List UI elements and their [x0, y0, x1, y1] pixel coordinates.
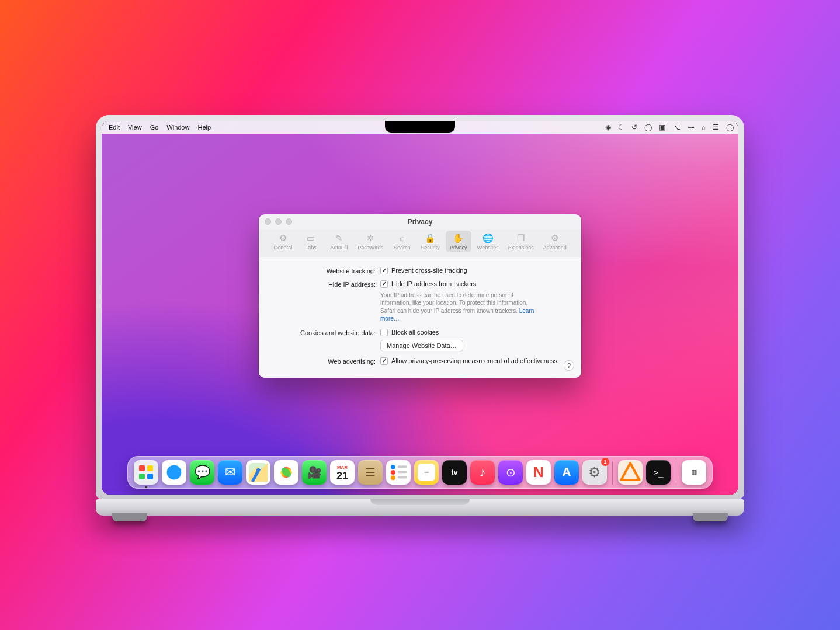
window-title: Privacy — [259, 218, 581, 226]
status-record-icon[interactable]: ◉ — [605, 123, 611, 131]
laptop-base — [96, 499, 744, 516]
checkbox-block-all-cookies[interactable] — [380, 329, 388, 336]
dock-launchpad[interactable] — [134, 460, 158, 485]
checkbox-prevent-cross-site-tracking[interactable] — [380, 267, 388, 274]
menu-help[interactable]: Help — [197, 124, 211, 131]
dock-news[interactable]: N — [526, 460, 551, 485]
appstore-icon: A — [562, 465, 571, 480]
svg-point-18 — [391, 470, 395, 475]
gear-icon: ⚙ — [588, 464, 601, 481]
tab-extensions[interactable]: ❐ Extensions — [505, 231, 537, 252]
maps-icon — [249, 463, 268, 482]
status-dnd-icon[interactable]: ☾ — [618, 123, 624, 131]
dock-appstore[interactable]: A — [554, 460, 579, 485]
tabs-icon: ▭ — [307, 233, 315, 243]
checkbox-label-allow-ad-measurement: Allow privacy-preserving measurement of … — [391, 357, 557, 364]
status-controlcenter-icon[interactable]: ☰ — [713, 123, 719, 131]
search-icon: ⌕ — [400, 233, 405, 243]
checkbox-label-hide-ip-from-trackers: Hide IP address from trackers — [391, 280, 476, 287]
preferences-toolbar: ⚙ General ▭ Tabs ✎ AutoFill ✲ Passwords — [259, 229, 581, 257]
safari-icon — [165, 463, 183, 482]
settings-badge: 1 — [601, 458, 609, 466]
gears-icon: ⚙ — [551, 233, 558, 243]
checkbox-allow-ad-measurement[interactable] — [380, 357, 388, 365]
tab-passwords[interactable]: ✲ Passwords — [354, 231, 387, 252]
dock-contacts[interactable]: ☰ — [358, 460, 383, 485]
messages-icon: 💬 — [195, 465, 210, 480]
notes-icon: ≡ — [418, 464, 435, 481]
facetime-icon: 🎥 — [307, 465, 322, 479]
calendar-day-label: 21 — [336, 471, 348, 481]
window-titlebar[interactable]: Privacy — [259, 214, 581, 229]
status-search-icon[interactable]: ⌕ — [702, 123, 706, 131]
row-cookies: Cookies and website data: Block all cook… — [269, 329, 571, 351]
status-siri-icon[interactable]: ◯ — [726, 123, 734, 131]
key-icon: ✲ — [367, 233, 374, 243]
dock-cleanmymac[interactable] — [618, 460, 643, 485]
hand-icon: ✋ — [453, 233, 464, 243]
status-control-icon[interactable]: ⌥ — [672, 123, 681, 131]
dock-tv[interactable]: tv — [442, 460, 467, 485]
tab-advanced[interactable]: ⚙ Advanced — [540, 231, 570, 252]
dock-container: 💬 ✉︎ — [102, 456, 738, 489]
news-icon: N — [533, 464, 543, 481]
tab-search[interactable]: ⌕ Search — [389, 231, 415, 252]
tab-privacy[interactable]: ✋ Privacy — [446, 231, 471, 252]
checkbox-label-prevent-cross-site-tracking: Prevent cross-site tracking — [391, 267, 467, 274]
tab-websites[interactable]: 🌐 Websites — [474, 231, 502, 252]
safari-preferences-window: Privacy ⚙ General ▭ Tabs ✎ AutoFill — [259, 214, 581, 378]
label-web-advertising: Web advertising: — [269, 357, 380, 365]
dock-terminal[interactable]: >_ — [646, 460, 671, 485]
svg-rect-3 — [147, 474, 153, 479]
launchpad-icon — [137, 463, 155, 482]
music-icon: ♪ — [480, 465, 486, 480]
dock-minimized-window[interactable]: ▥ — [682, 460, 706, 485]
photos-icon — [277, 463, 296, 482]
svg-rect-17 — [398, 465, 407, 468]
preferences-content: Website tracking: Prevent cross-site tra… — [259, 257, 581, 378]
dock-facetime[interactable]: 🎥 — [302, 460, 327, 485]
status-stage-icon[interactable]: ▣ — [659, 123, 665, 131]
svg-point-11 — [256, 468, 260, 472]
checkbox-hide-ip-from-trackers[interactable] — [380, 280, 388, 288]
checkbox-label-block-all-cookies: Block all cookies — [391, 329, 439, 336]
dock-system-preferences[interactable]: ⚙ 1 — [582, 460, 607, 485]
contacts-icon: ☰ — [365, 465, 376, 479]
dock-calendar[interactable]: MAR 21 — [330, 460, 355, 485]
status-wifi-icon[interactable]: ⊶ — [688, 123, 695, 131]
svg-rect-19 — [398, 471, 407, 473]
dock-notes[interactable]: ≡ — [414, 460, 439, 485]
status-user-icon[interactable]: ◯ — [644, 123, 652, 131]
dock-photos[interactable] — [274, 460, 298, 485]
dock-music[interactable]: ♪ — [470, 460, 495, 485]
label-hide-ip: Hide IP address: — [269, 280, 380, 288]
row-web-advertising: Web advertising: Allow privacy-preservin… — [269, 357, 571, 365]
tab-general[interactable]: ⚙ General — [270, 231, 296, 252]
dock-safari[interactable] — [162, 460, 186, 485]
tab-security[interactable]: 🔒 Security — [417, 231, 443, 252]
dock-reminders[interactable] — [386, 460, 411, 485]
manage-website-data-button[interactable]: Manage Website Data… — [380, 340, 463, 351]
svg-marker-22 — [621, 463, 640, 480]
gear-icon: ⚙ — [279, 233, 287, 243]
dock-maps[interactable] — [246, 460, 270, 485]
dock: 💬 ✉︎ — [127, 456, 713, 489]
label-cookies: Cookies and website data: — [269, 329, 380, 336]
dock-podcasts[interactable]: ⊙ — [498, 460, 523, 485]
menu-edit[interactable]: Edit — [109, 124, 120, 131]
menu-view[interactable]: View — [128, 124, 142, 131]
tab-autofill[interactable]: ✎ AutoFill — [326, 231, 352, 252]
tab-tabs[interactable]: ▭ Tabs — [298, 231, 324, 252]
row-website-tracking: Website tracking: Prevent cross-site tra… — [269, 267, 571, 274]
reminders-icon — [386, 460, 411, 485]
dock-divider — [612, 461, 613, 485]
svg-rect-0 — [139, 465, 145, 471]
laptop-mockup: Edit View Go Window Help ◉ ☾ ↺ ◯ ▣ ⌥ ⊶ ⌕… — [96, 115, 744, 516]
dock-messages[interactable]: 💬 — [190, 460, 214, 485]
menu-window[interactable]: Window — [166, 124, 189, 131]
help-button[interactable]: ? — [564, 360, 574, 371]
laptop-foot-right — [693, 513, 728, 521]
menu-go[interactable]: Go — [150, 124, 159, 131]
status-timemachine-icon[interactable]: ↺ — [631, 123, 637, 131]
dock-mail[interactable]: ✉︎ — [218, 460, 242, 485]
